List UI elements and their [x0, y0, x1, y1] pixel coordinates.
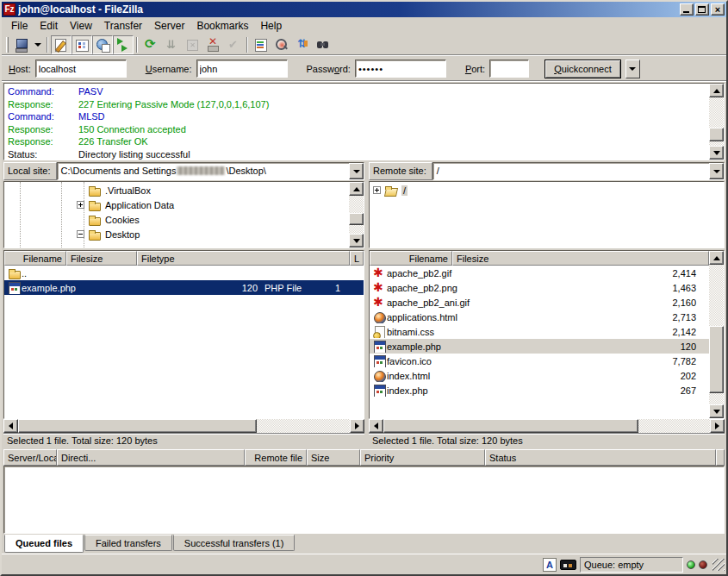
menu-item[interactable]: View — [64, 18, 98, 34]
column-header[interactable]: Filesize — [66, 251, 137, 266]
toggle-local-tree-button[interactable] — [72, 35, 92, 54]
column-header[interactable]: Server/Local file — [3, 449, 57, 466]
process-queue-button[interactable] — [161, 35, 182, 54]
scroll-left-button[interactable] — [369, 419, 383, 433]
scrollbar-thumb[interactable] — [18, 419, 257, 433]
column-header[interactable]: L — [350, 251, 364, 266]
local-tree-scrollbar[interactable] — [349, 182, 364, 247]
remote-hscrollbar[interactable] — [369, 419, 725, 433]
column-header[interactable]: Filesize — [452, 251, 709, 266]
toggle-message-log-button[interactable] — [51, 35, 72, 54]
expander-icon[interactable] — [373, 186, 381, 194]
scrollbar-thumb[interactable] — [383, 419, 638, 433]
file-row[interactable]: apache_pb2.png 1,463 — [370, 280, 709, 295]
queue-tab[interactable]: Successful transfers (1) — [173, 535, 296, 551]
column-header[interactable]: Status — [485, 449, 716, 466]
scrollbar-track[interactable] — [349, 196, 364, 234]
host-input[interactable] — [35, 59, 127, 78]
scrollbar-track[interactable] — [709, 265, 724, 404]
scrollbar-thumb[interactable] — [709, 326, 724, 393]
scroll-right-button[interactable] — [350, 419, 364, 433]
scrollbar-thumb[interactable] — [349, 213, 364, 225]
file-row[interactable]: example.php 120 — [370, 339, 709, 354]
column-header[interactable]: Remote file — [245, 449, 307, 466]
scrollbar-track[interactable] — [383, 419, 710, 433]
column-header[interactable] — [716, 449, 725, 466]
toggle-transfer-queue-button[interactable] — [113, 35, 134, 54]
file-row[interactable]: favicon.ico 7,782 — [370, 354, 709, 368]
quickconnect-button[interactable]: Quickconnect — [544, 59, 621, 78]
remote-path-dropdown[interactable] — [709, 163, 724, 179]
expander-icon[interactable] — [77, 230, 84, 238]
menu-item[interactable]: Transfer — [98, 18, 148, 34]
filter-button[interactable] — [251, 35, 271, 54]
speed-limit-indicator[interactable] — [560, 560, 576, 570]
file-row[interactable]: apache_pb2_ani.gif 2,160 — [370, 295, 709, 310]
transfer-type-indicator[interactable]: A — [543, 558, 557, 572]
tree-item[interactable]: .VirtualBox — [4, 183, 349, 197]
menu-item[interactable]: Server — [148, 18, 190, 34]
file-row[interactable]: index.php 267 — [370, 383, 709, 398]
username-input[interactable] — [196, 59, 288, 78]
disconnect-button[interactable] — [202, 35, 223, 54]
file-row[interactable]: index.html 202 — [370, 368, 709, 383]
toggle-remote-tree-button[interactable] — [92, 35, 113, 54]
scroll-up-button[interactable] — [709, 84, 724, 97]
transfer-queue-list[interactable] — [3, 466, 725, 534]
column-header[interactable]: Directi... — [57, 449, 245, 466]
reconnect-button[interactable] — [223, 35, 244, 54]
column-header[interactable]: Filename — [4, 251, 66, 266]
expander-icon[interactable] — [77, 201, 84, 209]
column-header[interactable]: Size — [307, 449, 360, 466]
scroll-left-button[interactable] — [3, 419, 18, 433]
find-button[interactable] — [313, 35, 333, 54]
menu-item[interactable]: File — [5, 18, 34, 34]
column-header[interactable]: Priority — [360, 449, 485, 466]
port-input[interactable] — [489, 59, 529, 78]
remote-path-combo[interactable]: / — [432, 162, 725, 180]
scroll-down-button[interactable] — [709, 404, 724, 418]
local-hscrollbar[interactable] — [3, 419, 364, 433]
queue-tab[interactable]: Queued files — [4, 535, 84, 553]
resize-grip[interactable] — [712, 559, 725, 571]
quickconnect-dropdown[interactable] — [625, 59, 640, 78]
maximize-button[interactable] — [695, 3, 709, 16]
minimize-button[interactable] — [680, 3, 694, 16]
file-row[interactable]: .. — [4, 266, 364, 280]
column-header[interactable]: Filetype — [137, 251, 350, 266]
log-scrollbar[interactable] — [709, 84, 724, 160]
tree-item[interactable]: / — [370, 183, 724, 197]
file-row[interactable]: applications.html 2,713 — [370, 310, 709, 324]
scrollbar-track[interactable] — [18, 419, 350, 433]
tree-item[interactable]: Desktop — [4, 227, 349, 241]
tree-item[interactable]: Cookies — [4, 212, 349, 227]
password-input[interactable] — [355, 59, 446, 78]
sync-browsing-button[interactable] — [292, 35, 313, 54]
remote-list-scrollbar[interactable] — [709, 251, 724, 418]
menu-item[interactable]: Bookmarks — [190, 18, 254, 34]
menu-item[interactable]: Edit — [34, 18, 64, 34]
scroll-down-button[interactable] — [709, 146, 724, 160]
site-manager-dropdown[interactable] — [32, 35, 44, 54]
scroll-up-button[interactable] — [349, 182, 364, 196]
menu-item[interactable]: Help — [254, 18, 288, 34]
close-button[interactable]: × — [711, 3, 725, 16]
file-row[interactable]: apache_pb2.gif 2,414 — [370, 266, 709, 280]
scroll-up-button[interactable] — [709, 251, 724, 265]
file-row[interactable]: example.php 120 PHP File 1 — [4, 280, 364, 295]
scroll-right-button[interactable] — [710, 419, 725, 433]
local-path-dropdown[interactable] — [349, 163, 364, 179]
compare-button[interactable] — [271, 35, 292, 54]
cancel-operation-button[interactable] — [182, 35, 202, 54]
site-manager-button[interactable] — [11, 35, 32, 54]
scroll-down-button[interactable] — [349, 234, 364, 247]
scrollbar-thumb[interactable] — [709, 128, 724, 141]
local-path-combo[interactable]: C:\Documents and Settings\Desktop\ — [57, 162, 364, 180]
tree-item[interactable]: Application Data — [4, 197, 349, 212]
scrollbar-track[interactable] — [709, 97, 724, 146]
queue-tab[interactable]: Failed transfers — [84, 535, 172, 551]
file-row[interactable]: bitnami.css 2,142 — [370, 324, 709, 339]
file-name: apache_pb2.gif — [387, 268, 451, 279]
refresh-button[interactable] — [140, 35, 161, 54]
column-header[interactable]: Filename — [370, 251, 452, 266]
